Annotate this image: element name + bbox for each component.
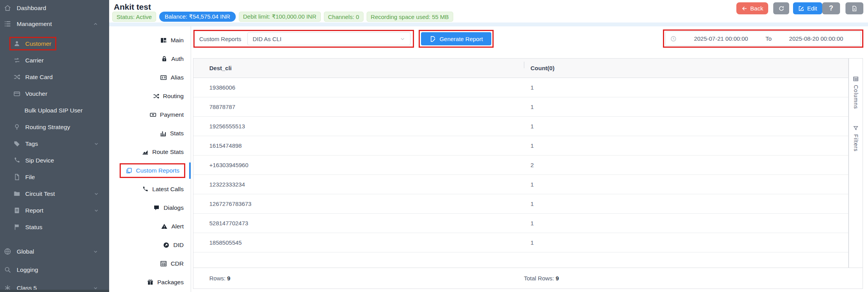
table-row-19256555513: 19256555513 1 [193,117,848,136]
sidebar-item-icon [13,57,21,64]
sidebar-item-report[interactable]: Report [0,202,109,219]
sidebar-item-label: File [25,174,35,181]
sidebar-item-sip-device[interactable]: Sip Device [0,152,109,169]
tab-icon [161,223,168,230]
chevron-down-icon [400,36,405,42]
dest-cli-cell: 78878787 [193,104,524,110]
customer-tab-did[interactable]: DID [109,236,191,254]
date-separator: To [765,35,772,42]
tab-icon [142,149,149,156]
customer-tab-packages[interactable]: Packages [109,273,191,292]
sidebar-item-global[interactable]: Global [0,242,109,261]
back-button[interactable]: Back [736,2,768,14]
sidebar-item-icon [13,40,21,47]
tab-label: Main [170,37,184,44]
sidebar-item-file[interactable]: File [0,169,109,185]
report-type-select[interactable]: DID As CLI [247,32,411,45]
document-button[interactable] [845,2,863,14]
clock-icon [670,36,677,42]
tab-icon [160,74,167,81]
customer-tab-routing[interactable]: Routing [109,87,191,105]
customer-tab-alert[interactable]: Alert [109,217,191,236]
tab-label: DID [173,242,184,249]
tab-icon [160,37,167,44]
customer-tab-latest-calls[interactable]: Latest Calls [109,180,191,199]
sidebar-item-tags[interactable]: Tags [0,135,109,152]
side-panel-tab-filters[interactable]: Filters [853,125,859,152]
tab-label: Payment [160,111,184,118]
customer-tab-cdr[interactable]: CDR [109,254,191,273]
side-panel-tab-label: Filters [853,134,859,152]
sidebar-item-carrier[interactable]: Carrier [0,52,109,69]
tab-label: Route Stats [152,149,184,156]
customer-tab-alias[interactable]: Alias [109,68,191,87]
sidebar-item-management[interactable]: Management [0,16,109,32]
sidebar-item-routing-strategy[interactable]: Routing Strategy [0,119,109,135]
count-cell: 1 [524,123,848,130]
page-title: Ankit test [114,2,151,12]
table-row-528147702473: 528147702473 1 [193,214,848,233]
tab-icon [150,111,157,118]
customer-tab-stats[interactable]: Stats [109,124,191,143]
tab-icon [163,242,170,249]
tab-label: Routing [163,93,184,100]
sidebar-item-icon [13,73,21,81]
chevron-icon [93,249,98,254]
generate-report-button[interactable]: Generate Report [421,32,491,45]
chevron-icon [94,141,99,147]
date-range-picker[interactable]: 2025-07-21 00:00:00 To 2025-08-20 00:00:… [665,31,861,46]
tab-icon [147,279,154,286]
status-chip-status-active: Status: Active [112,12,156,22]
sidebar-item-icon [13,207,21,214]
customer-tab-dialogs[interactable]: Dialogs [109,199,191,217]
sidebar-item-icon [13,140,21,147]
sidebar-item-circuit-test[interactable]: Circuit Test [0,185,109,202]
tab-icon [125,167,132,174]
sidebar-item-icon [13,90,21,97]
help-button[interactable]: ? [822,2,840,14]
generate-report-annotation-box: Generate Report [419,30,494,48]
count-cell: 1 [524,200,848,207]
sidebar-item-dashboard[interactable]: Dashboard [0,0,109,16]
sidebar-item-label: Voucher [25,90,47,97]
tab-icon [153,93,160,100]
customer-tab-custom-reports[interactable]: Custom Reports [109,161,191,180]
tab-label: Latest Calls [152,186,184,193]
sidebar-item-bulk-upload-sip-user[interactable]: Bulk Upload SIP User [0,102,109,119]
tab-icon [153,204,160,211]
edit-pencil-icon [798,5,804,12]
count-cell: 1 [524,104,848,110]
tab-icon [160,130,167,137]
header-actions: Back Edit ? [736,2,863,14]
side-panel-tab-columns[interactable]: Columns [853,76,859,109]
sidebar-item-label: Global [17,248,34,255]
customer-tab-payment[interactable]: Payment [109,105,191,124]
refresh-button[interactable] [773,2,789,14]
table-row-19386006: 19386006 1 [193,78,848,97]
tab-icon [142,186,149,193]
back-arrow-icon [741,5,748,12]
sidebar-item-logging[interactable]: Logging [0,261,109,279]
table-row-1267276783673: 1267276783673 1 [193,194,848,214]
date-from-value: 2025-07-21 00:00:00 [677,35,765,42]
sidebar-item-label: Dashboard [17,5,46,12]
sidebar-item-voucher[interactable]: Voucher [0,85,109,102]
customer-tab-route-stats[interactable]: Route Stats [109,143,191,161]
count-cell: 1 [524,181,848,188]
tab-label: CDR [170,260,184,267]
customer-tab-auth[interactable]: Auth [109,50,191,68]
tab-icon [160,260,167,267]
count-cell: 2 [524,162,848,168]
sidebar-item-customer[interactable]: Customer [0,35,109,52]
date-to-value: 2025-08-20 00:00:00 [772,35,861,42]
edit-button[interactable]: Edit [793,2,822,14]
column-header-dest-cli[interactable]: Dest_cli [193,65,524,71]
column-header-count[interactable]: Count(0) [524,65,848,71]
tab-label: Packages [157,279,184,286]
sidebar-item-class-5[interactable]: Class 5 [0,279,109,292]
table-row-12322333234: 12322333234 1 [193,175,848,194]
sidebar-item-status[interactable]: Status [0,219,109,235]
sidebar-item-rate-card[interactable]: Rate Card [0,69,109,85]
customer-tab-main[interactable]: Main [109,31,191,50]
chevron-icon [94,191,99,197]
